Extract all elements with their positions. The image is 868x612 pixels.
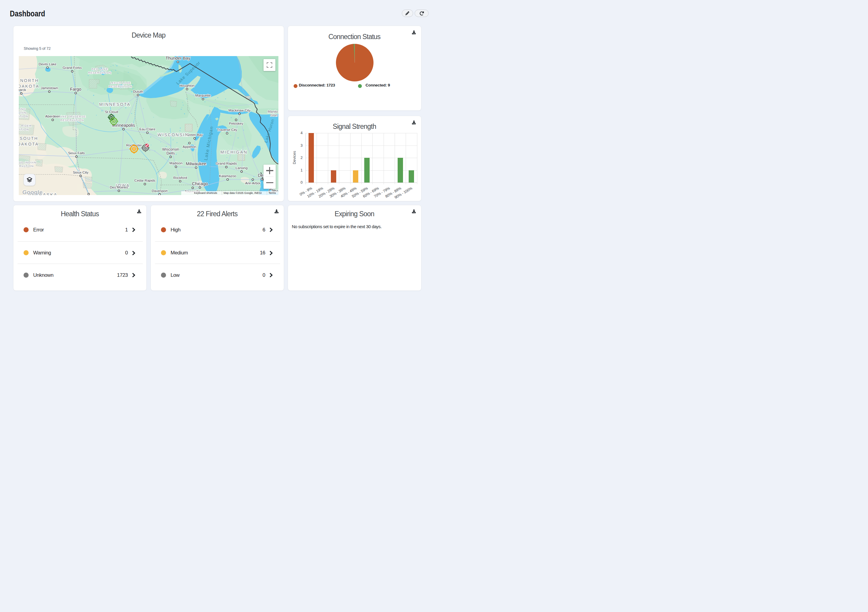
svg-text:Eau Claire: Eau Claire xyxy=(140,127,156,131)
svg-text:ATION: ATION xyxy=(19,127,29,131)
svg-text:marck: marck xyxy=(19,88,26,92)
svg-text:Islan: Islan xyxy=(270,113,277,117)
svg-text:Petoskey: Petoskey xyxy=(229,122,243,125)
svg-text:Ann Arbor: Ann Arbor xyxy=(245,182,260,185)
svg-text:Houghton: Houghton xyxy=(180,84,195,87)
svg-text:DIAN: DIAN xyxy=(19,111,26,114)
svg-text:RED LAKE: RED LAKE xyxy=(91,67,108,71)
svg-text:Des Moines: Des Moines xyxy=(110,185,128,189)
svg-text:Devils Lake: Devils Lake xyxy=(39,62,56,66)
svg-text:Manito: Manito xyxy=(268,110,278,113)
svg-text:Davenport: Davenport xyxy=(152,189,168,193)
svg-text:Marquette: Marquette xyxy=(195,94,211,98)
svg-text:Rockford: Rockford xyxy=(173,176,187,180)
svg-text:LAKE TRAVERSE: LAKE TRAVERSE xyxy=(59,115,86,118)
svg-text:Fargo: Fargo xyxy=(70,87,81,92)
svg-text:ATION: ATION xyxy=(19,115,28,118)
svg-text:Chicago: Chicago xyxy=(192,181,208,186)
svg-text:WISCONSIN: WISCONSIN xyxy=(158,132,189,137)
svg-text:Milwaukee: Milwaukee xyxy=(186,162,206,166)
svg-text:Sioux City: Sioux City xyxy=(73,171,88,174)
svg-text:Kalamazoo: Kalamazoo xyxy=(219,174,236,178)
svg-text:Mackinaw City: Mackinaw City xyxy=(228,109,250,112)
svg-text:E RIVER: E RIVER xyxy=(19,124,32,127)
svg-text:Wisconsin: Wisconsin xyxy=(162,148,179,152)
svg-text:Grand Rapids: Grand Rapids xyxy=(216,162,237,166)
svg-text:SOUTH: SOUTH xyxy=(20,136,38,141)
svg-text:RESERVATION: RESERVATION xyxy=(109,85,132,88)
svg-text:Aberdeen: Aberdeen xyxy=(45,115,60,118)
svg-text:Grand Forks: Grand Forks xyxy=(63,66,82,70)
svg-text:Duluth: Duluth xyxy=(133,90,143,93)
svg-text:Dells: Dells xyxy=(167,151,175,155)
svg-text:Sioux Falls: Sioux Falls xyxy=(68,152,85,155)
svg-text:BUD INDIAN: BUD INDIAN xyxy=(19,161,36,164)
svg-text:DAKOTA: DAKOTA xyxy=(19,142,39,146)
svg-text:Jamestown: Jamestown xyxy=(40,87,58,90)
svg-text:LEECH LAKE: LEECH LAKE xyxy=(110,81,131,84)
svg-text:NORTH: NORTH xyxy=(20,78,39,83)
svg-text:ING: ING xyxy=(20,107,26,111)
svg-text:RESERVATION: RESERVATION xyxy=(60,118,84,122)
svg-text:ERVATION: ERVATION xyxy=(19,164,34,168)
svg-text:MICHIGAN: MICHIGAN xyxy=(220,150,248,154)
svg-text:Cedar Rapids: Cedar Rapids xyxy=(135,179,156,183)
svg-text:Appleton: Appleton xyxy=(183,145,196,149)
svg-text:St Cloud: St Cloud xyxy=(105,110,118,113)
svg-text:RESERVATION: RESERVATION xyxy=(88,71,112,74)
svg-text:Lansing: Lansing xyxy=(236,166,247,170)
svg-text:Madison: Madison xyxy=(170,162,183,165)
svg-text:Traverse City: Traverse City xyxy=(217,128,237,132)
svg-text:MINNESOTA: MINNESOTA xyxy=(99,102,131,107)
svg-text:Thunder Bay: Thunder Bay xyxy=(166,56,191,61)
svg-text:Green Bay: Green Bay xyxy=(187,133,203,137)
